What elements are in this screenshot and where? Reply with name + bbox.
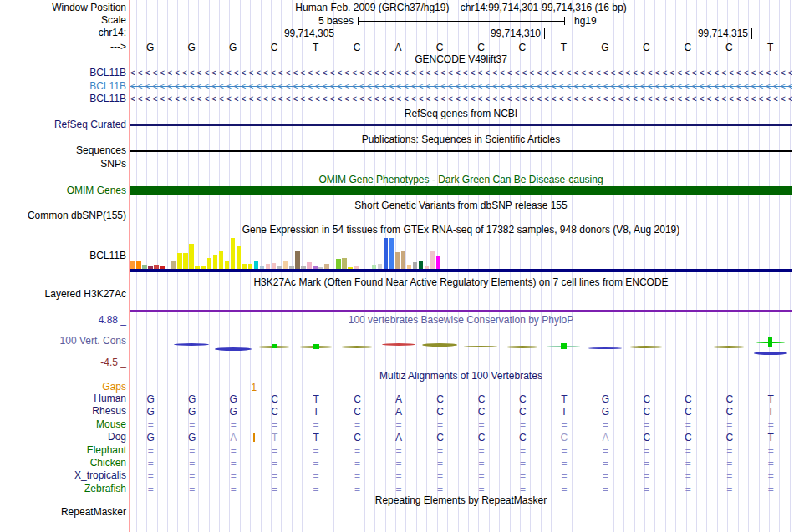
sequence-base[interactable]: C bbox=[626, 42, 667, 53]
refseq-curated-label[interactable]: RefSeq Curated bbox=[0, 119, 126, 130]
sequences-item-line[interactable] bbox=[130, 150, 792, 152]
alignment-row-mouse[interactable]: ================ bbox=[130, 419, 793, 431]
gtex-expression-bar[interactable] bbox=[130, 261, 135, 269]
refseq-track-title[interactable]: RefSeq genes from NCBI bbox=[130, 109, 792, 119]
h3k27ac-signal-line[interactable] bbox=[130, 310, 792, 312]
sequence-base[interactable]: G bbox=[584, 42, 625, 53]
gtex-expression-bar[interactable] bbox=[136, 261, 141, 269]
gtex-expression-bar[interactable] bbox=[254, 261, 259, 269]
species-label-chicken[interactable]: Chicken bbox=[0, 458, 126, 469]
alignment-row-rhesus[interactable]: GGGCTCACCCTGCCCT bbox=[130, 406, 793, 418]
alignment-base: G bbox=[171, 393, 212, 405]
common-dbsnp-label[interactable]: Common dbSNP(155) bbox=[0, 210, 126, 221]
alignment-base: = bbox=[420, 458, 461, 469]
gtex-expression-bar-chart[interactable] bbox=[130, 236, 793, 269]
sequence-base[interactable]: C bbox=[501, 42, 542, 53]
alignment-row-human[interactable]: GGGCTCACCCTGCCCT bbox=[130, 393, 793, 405]
sequence-base[interactable]: C bbox=[461, 42, 501, 53]
sequence-base[interactable]: T bbox=[750, 42, 791, 53]
gtex-expression-bar[interactable] bbox=[295, 251, 300, 269]
species-label-human[interactable]: Human bbox=[0, 393, 126, 404]
conservation-label[interactable]: 100 Vert. Cons bbox=[0, 336, 126, 347]
sequence-base[interactable]: C bbox=[667, 42, 708, 53]
phylop-conservation-wiggle[interactable] bbox=[130, 337, 792, 363]
alignment-base: = bbox=[585, 419, 626, 431]
gtex-baseline[interactable] bbox=[130, 269, 792, 272]
sequence-base[interactable]: C bbox=[419, 42, 460, 53]
alignment-row-chicken[interactable]: ================ bbox=[130, 458, 793, 469]
alignment-base: C bbox=[420, 393, 461, 405]
gtex-expression-bar[interactable] bbox=[401, 251, 406, 269]
repeatmasker-label[interactable]: RepeatMasker bbox=[0, 507, 126, 518]
gtex-expression-bar[interactable] bbox=[419, 261, 424, 269]
sequence-base[interactable]: A bbox=[378, 42, 419, 53]
alignment-row-dog[interactable]: GGATTCACCCCACCCT bbox=[130, 432, 793, 443]
gene-model-arrows[interactable]: <<<<<<<<<<<<<<<<<<<<<<<<<<<<<<<<<<<<<<<<… bbox=[130, 94, 792, 104]
gtex-expression-bar[interactable] bbox=[183, 253, 188, 269]
gene-model-arrows[interactable]: <<<<<<<<<<<<<<<<<<<<<<<<<<<<<<<<<<<<<<<<… bbox=[130, 68, 792, 79]
gtex-expression-bar[interactable] bbox=[213, 255, 218, 269]
gtex-expression-bar[interactable] bbox=[389, 238, 394, 269]
species-label-rhesus[interactable]: Rhesus bbox=[0, 406, 126, 417]
publications-track-title[interactable]: Publications: Sequences in Scientific Ar… bbox=[130, 134, 792, 145]
gtex-gene-label[interactable]: BCL11B bbox=[0, 251, 126, 261]
sequence-base[interactable]: C bbox=[336, 42, 377, 53]
h3k27ac-track-title[interactable]: H3K27Ac Mark (Often Found Near Active Re… bbox=[130, 277, 792, 288]
conservation-track-title[interactable]: 100 vertebrates Basewise Conservation by… bbox=[130, 315, 792, 326]
alignment-row-elephant[interactable]: ================ bbox=[130, 445, 793, 457]
species-label-zebrafish[interactable]: Zebrafish bbox=[0, 484, 126, 494]
sequence-base[interactable]: C bbox=[253, 42, 294, 53]
sequence-base[interactable]: G bbox=[212, 42, 253, 53]
dna-sequence-row[interactable]: GGGCTCACCCTGCCCT bbox=[130, 42, 792, 53]
sequence-base[interactable]: G bbox=[130, 42, 171, 53]
layered-h3k27ac-label[interactable]: Layered H3K27Ac bbox=[0, 289, 126, 300]
species-label-mouse[interactable]: Mouse bbox=[0, 419, 126, 430]
gtex-expression-bar[interactable] bbox=[436, 256, 441, 269]
gtex-expression-bar[interactable] bbox=[430, 251, 435, 269]
alignment-base: C bbox=[420, 432, 461, 443]
gene-label-bcl11b[interactable]: BCL11B bbox=[0, 94, 126, 104]
gtex-expression-bar[interactable] bbox=[231, 238, 236, 269]
gtex-track-title[interactable]: Gene Expression in 54 tissues from GTEx … bbox=[130, 225, 792, 236]
gtex-expression-bar[interactable] bbox=[336, 259, 341, 269]
alignment-row-zebrafish[interactable]: ================ bbox=[130, 484, 793, 495]
species-label-dog[interactable]: Dog bbox=[0, 432, 126, 443]
gencode-track-title[interactable]: GENCODE V49lift37 bbox=[130, 54, 792, 65]
gene-label-bcl11b[interactable]: BCL11B bbox=[0, 68, 126, 79]
gtex-expression-bar[interactable] bbox=[225, 261, 230, 269]
gtex-expression-bar[interactable] bbox=[384, 238, 389, 269]
species-label-x_tropicalis[interactable]: X_tropicalis bbox=[0, 470, 126, 481]
gtex-expression-bar[interactable] bbox=[283, 261, 288, 269]
gtex-expression-bar[interactable] bbox=[237, 246, 242, 269]
alignment-row-x_tropicalis[interactable]: ================ bbox=[130, 470, 793, 482]
alignment-base: C bbox=[502, 432, 543, 443]
sequence-base[interactable]: T bbox=[295, 42, 336, 53]
multiz-track-title[interactable]: Multiz Alignments of 100 Vertebrates bbox=[130, 371, 792, 382]
gtex-expression-bar[interactable] bbox=[219, 251, 224, 269]
alignment-base: = bbox=[502, 458, 543, 469]
gtex-expression-bar[interactable] bbox=[189, 244, 194, 269]
gtex-expression-bar[interactable] bbox=[272, 263, 277, 269]
dbsnp-track-title[interactable]: Short Genetic Variants from dbSNP releas… bbox=[130, 200, 792, 211]
sequence-base[interactable]: C bbox=[709, 42, 750, 53]
gaps-row-label[interactable]: Gaps bbox=[0, 382, 126, 393]
sequence-base[interactable]: T bbox=[543, 42, 584, 53]
snps-label[interactable]: SNPs bbox=[0, 159, 126, 170]
omim-track-title[interactable]: OMIM Gene Phenotypes - Dark Green Can Be… bbox=[130, 175, 792, 185]
gtex-expression-bar[interactable] bbox=[171, 261, 176, 269]
gene-model-arrows[interactable]: <<<<<<<<<<<<<<<<<<<<<<<<<<<<<<<<<<<<<<<<… bbox=[130, 81, 792, 92]
gtex-expression-bar[interactable] bbox=[207, 258, 212, 269]
species-label-elephant[interactable]: Elephant bbox=[0, 445, 126, 456]
gtex-expression-bar[interactable] bbox=[307, 262, 312, 269]
gene-label-bcl11b[interactable]: BCL11B bbox=[0, 81, 126, 92]
gtex-expression-bar[interactable] bbox=[342, 258, 347, 269]
refseq-gene-line[interactable] bbox=[130, 124, 792, 126]
repeatmasker-track-title[interactable]: Repeating Elements by RepeatMasker bbox=[130, 495, 792, 506]
sequence-base[interactable]: G bbox=[171, 42, 211, 53]
gtex-expression-bar[interactable] bbox=[177, 253, 182, 269]
gtex-expression-bar[interactable] bbox=[413, 262, 418, 269]
gtex-expression-bar[interactable] bbox=[395, 252, 400, 269]
omim-gene-bar[interactable] bbox=[130, 186, 792, 195]
omim-genes-label[interactable]: OMIM Genes bbox=[0, 185, 126, 196]
sequences-label[interactable]: Sequences bbox=[0, 145, 126, 156]
